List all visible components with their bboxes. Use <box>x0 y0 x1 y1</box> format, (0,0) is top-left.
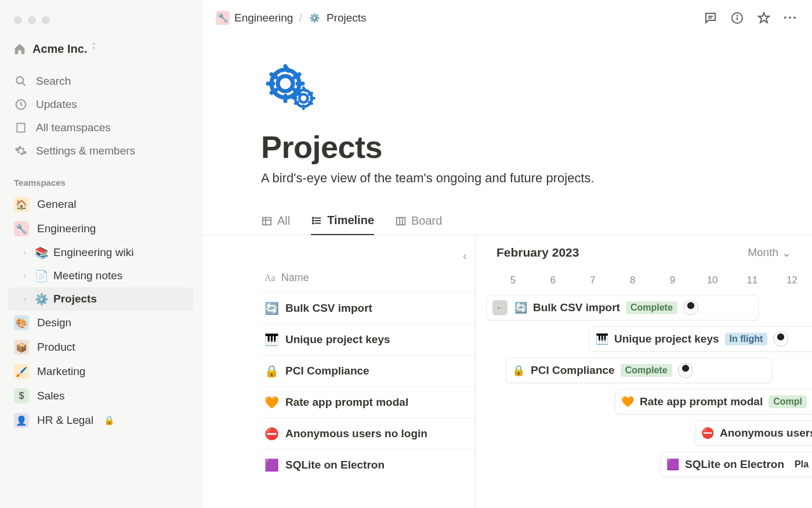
timeline-bar[interactable]: 🎹Unique project keysIn flight <box>589 326 812 352</box>
row-name: SQLite on Electron <box>285 459 385 471</box>
more-icon[interactable]: ··· <box>783 10 798 26</box>
sidebar-item-projects[interactable]: › ⚙️ Projects <box>8 287 193 311</box>
collapse-icon[interactable]: ‹‹ <box>463 249 463 262</box>
info-icon[interactable] <box>730 10 745 26</box>
bar-icon: 🔄 <box>514 301 527 314</box>
nav-all-teamspaces[interactable]: All teamspaces <box>8 116 193 139</box>
clock-icon <box>14 98 28 111</box>
day-label: 7 <box>573 275 613 286</box>
nav-updates[interactable]: Updates <box>8 93 193 116</box>
table-row[interactable]: ⛔Anonymous users no login <box>261 417 475 449</box>
bar-label: Bulk CSV import <box>533 301 620 314</box>
nav-label: Search <box>36 75 71 88</box>
sidebar-item-sales[interactable]: $ Sales <box>8 384 193 408</box>
close-icon[interactable] <box>14 16 22 24</box>
row-name: PCI Compliance <box>285 365 369 377</box>
sidebar-item-marketing[interactable]: 🖌️ Marketing <box>8 359 193 384</box>
arrow-left-icon[interactable]: ← <box>492 300 507 315</box>
sidebar-item-engineering[interactable]: 🔧 Engineering <box>8 217 193 241</box>
topbar: 🔧 Engineering / ⚙️ Projects ··· <box>202 0 812 36</box>
comments-icon[interactable] <box>703 10 718 26</box>
breadcrumb-current[interactable]: ⚙️ Projects <box>308 11 367 25</box>
svg-rect-19 <box>263 217 271 225</box>
svg-point-27 <box>313 222 314 224</box>
sidebar-item-meeting-notes[interactable]: › 📄 Meeting notes <box>8 264 193 287</box>
timeline-month-label: February 2023 <box>496 246 579 260</box>
chevron-right-icon[interactable]: › <box>20 248 30 257</box>
sidebar-item-product[interactable]: 📦 Product <box>8 335 193 359</box>
table-row[interactable]: 🔄Bulk CSV import <box>261 292 475 323</box>
status-badge: Complete <box>621 364 672 377</box>
column-header-name[interactable]: Aa Name <box>264 272 309 284</box>
svg-rect-28 <box>397 217 405 225</box>
wrench-icon: 🔧 <box>14 221 29 236</box>
sidebar-item-label: Projects <box>53 293 97 305</box>
tab-label: All <box>277 214 290 228</box>
sidebar-item-label: Product <box>37 341 75 354</box>
home-icon: 🏠 <box>14 197 29 212</box>
nav-label: Updates <box>36 98 77 111</box>
table-row[interactable]: 🟪SQLite on Electron <box>261 449 475 480</box>
timeline-bar[interactable]: ⛔Anonymous users <box>695 420 812 446</box>
tab-timeline[interactable]: Timeline <box>311 211 374 235</box>
table-row[interactable]: 🧡Rate app prompt modal <box>261 386 475 417</box>
gears-icon: ⚙️ <box>308 11 322 25</box>
svg-point-0 <box>16 77 23 84</box>
svg-point-18 <box>295 90 312 107</box>
sidebar-item-general[interactable]: 🏠 General <box>8 192 193 217</box>
table-row[interactable]: 🎹Unique project keys <box>261 323 475 355</box>
timeline-bar[interactable]: ←🔄Bulk CSV importComplete <box>486 295 759 320</box>
day-label: 10 <box>693 275 733 286</box>
bar-icon: 🟪 <box>666 458 679 471</box>
timeline-bar[interactable]: 🔒PCI ComplianceComplete <box>506 358 773 383</box>
breadcrumb-parent[interactable]: 🔧 Engineering <box>216 11 293 25</box>
minimize-icon[interactable] <box>28 16 36 24</box>
tab-all[interactable]: All <box>261 212 290 235</box>
svg-point-15 <box>278 76 293 91</box>
row-icon: ⛔ <box>264 427 278 441</box>
timeline-rows-panel: ‹‹ Aa Name 🔄Bulk CSV import🎹Unique proje… <box>261 235 476 508</box>
timeline-chart-panel[interactable]: February 2023 Month ⌄ 56789101112 ←🔄Bulk… <box>476 235 812 508</box>
timeline-bar[interactable]: 🧡Rate app prompt modalCompl <box>615 389 812 415</box>
breadcrumb-label: Engineering <box>234 12 293 24</box>
sidebar-item-hr-legal[interactable]: 👤 HR & Legal 🔒 <box>8 408 193 433</box>
nav-label: All teamspaces <box>36 121 111 134</box>
books-icon: 📚 <box>35 246 49 260</box>
nav-search[interactable]: Search <box>8 70 193 93</box>
row-icon: 🎹 <box>264 333 278 347</box>
window-controls <box>8 0 193 38</box>
bar-label: SQLite on Electron <box>685 458 784 471</box>
workspace-switcher[interactable]: Acme Inc. ˄˅ <box>8 38 193 59</box>
sidebar-item-label: Meeting notes <box>53 269 122 282</box>
row-icon: 🧡 <box>264 395 278 409</box>
board-icon <box>395 215 407 227</box>
sidebar-item-design[interactable]: 🎨 Design <box>8 311 193 335</box>
star-icon[interactable] <box>756 10 771 26</box>
status-badge: Compl <box>768 395 807 408</box>
timeline-bar[interactable]: 🟪SQLite on ElectronPla <box>660 452 812 477</box>
search-icon <box>14 74 28 88</box>
table-icon <box>261 215 273 227</box>
lock-icon: 🔒 <box>104 415 115 426</box>
table-row[interactable]: 🔒PCI Compliance <box>261 355 475 386</box>
brush-icon: 🖌️ <box>14 364 29 379</box>
nav-settings[interactable]: Settings & members <box>8 139 193 163</box>
tab-board[interactable]: Board <box>395 212 442 235</box>
tab-label: Board <box>411 214 442 228</box>
view-tabs: All Timeline Board <box>202 211 812 235</box>
timeline-scale-picker[interactable]: Month ⌄ <box>748 246 791 260</box>
svg-point-17 <box>299 94 307 102</box>
palette-icon: 🎨 <box>14 315 29 330</box>
scale-label: Month <box>748 246 778 259</box>
primary-nav: Search Updates All teamspaces Settings &… <box>8 70 193 163</box>
chevron-right-icon[interactable]: › <box>20 272 30 280</box>
sidebar-item-engineering-wiki[interactable]: › 📚 Engineering wiki <box>8 241 193 264</box>
package-icon: 📦 <box>14 340 29 355</box>
timeline-days: 56789101112 <box>476 275 812 292</box>
maximize-icon[interactable] <box>42 16 50 24</box>
status-badge: Complete <box>626 301 677 314</box>
page-title: Projects <box>261 129 812 165</box>
chevron-right-icon[interactable]: › <box>20 295 30 303</box>
timeline-icon <box>311 215 322 226</box>
bar-label: Anonymous users <box>720 427 812 439</box>
